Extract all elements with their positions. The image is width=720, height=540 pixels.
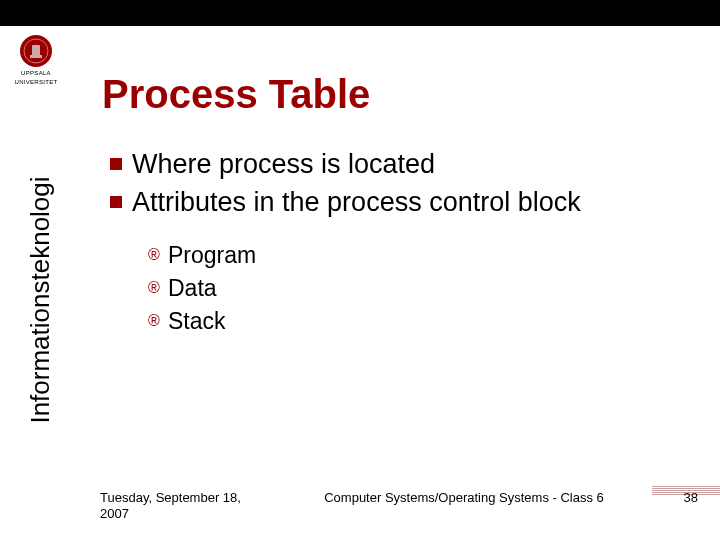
sub-bullet-item: ® Data — [148, 275, 690, 302]
sub-bullet-text: Program — [168, 242, 256, 269]
bullet-text: Attributes in the process control block — [132, 186, 581, 220]
slide-footer: Tuesday, September 18, 2007 Computer Sys… — [100, 490, 698, 523]
footer-date: Tuesday, September 18, 2007 — [100, 490, 270, 523]
slide-title: Process Table — [102, 72, 370, 117]
bullet-item: Attributes in the process control block — [110, 186, 690, 220]
sub-bullet-list: ® Program ® Data ® Stack — [148, 242, 690, 335]
top-black-bar — [0, 0, 720, 26]
slide-content: Where process is located Attributes in t… — [110, 148, 690, 341]
registered-bullet-icon: ® — [148, 247, 168, 263]
registered-bullet-icon: ® — [148, 313, 168, 329]
vertical-sidebar-label: Informationsteknologi — [25, 53, 56, 300]
sub-bullet-text: Stack — [168, 308, 226, 335]
registered-bullet-icon: ® — [148, 280, 168, 296]
sub-bullet-item: ® Stack — [148, 308, 690, 335]
bullet-text: Where process is located — [132, 148, 435, 182]
square-bullet-icon — [110, 196, 122, 208]
square-bullet-icon — [110, 158, 122, 170]
footer-course: Computer Systems/Operating Systems - Cla… — [270, 490, 658, 505]
footer-page-number: 38 — [658, 490, 698, 505]
sub-bullet-text: Data — [168, 275, 217, 302]
sub-bullet-item: ® Program — [148, 242, 690, 269]
bullet-item: Where process is located — [110, 148, 690, 182]
sidebar-label-text: Informationsteknologi — [25, 176, 56, 423]
